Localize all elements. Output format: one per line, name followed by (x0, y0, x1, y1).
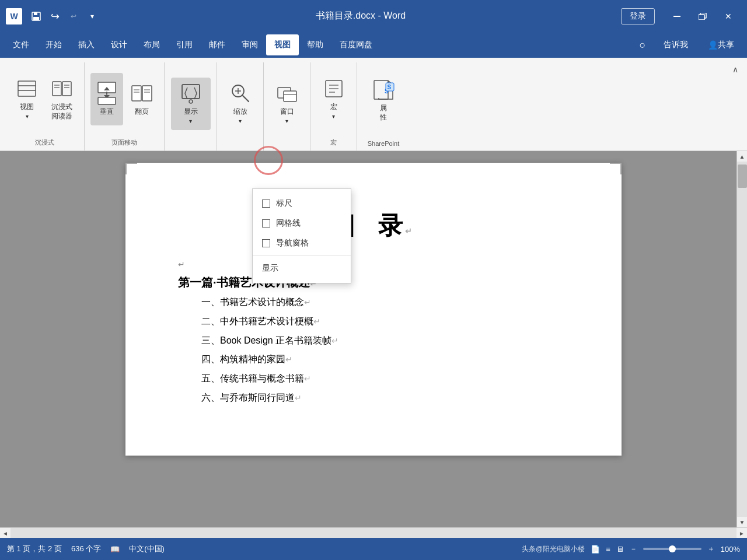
macro-group-label: 宏 (316, 136, 351, 150)
share-button[interactable]: 👤 共享 (700, 34, 742, 55)
immersive-reader-button[interactable]: 沉浸式阅读器 (46, 73, 78, 125)
menu-item-design[interactable]: 设计 (103, 34, 135, 55)
scroll-right-button[interactable]: ► (736, 528, 747, 538)
svg-rect-20 (98, 97, 116, 104)
ribbon-group-page-move: 垂直 翻页 页面移动 (85, 62, 165, 150)
views-label: 视图▾ (20, 103, 34, 121)
svg-rect-3 (673, 16, 680, 17)
redo-button[interactable]: ↩ (65, 8, 82, 24)
save-button[interactable] (28, 8, 44, 24)
window-button[interactable]: 窗口▾ (271, 78, 303, 130)
flip-button[interactable]: 翻页 (125, 73, 158, 125)
ribbon-group-display: 显示▾ (165, 62, 217, 150)
gridlines-label: 网格线 (276, 218, 301, 229)
menu-item-review[interactable]: 审阅 (233, 34, 266, 55)
scroll-h-track[interactable] (11, 528, 736, 538)
scroll-left-button[interactable]: ◄ (0, 528, 11, 538)
document-scroll-area[interactable]: 目 录↵ ↵ 第一篇·书籍艺术设计概述↵ 一、书籍艺术设计的概念↵ 二、中外书籍… (0, 151, 747, 527)
dropdown-divider (253, 256, 351, 256)
undo-button[interactable]: ↩ (47, 8, 63, 24)
tell-me-button[interactable]: 告诉我 (655, 34, 696, 55)
document-page: 目 录↵ ↵ 第一篇·书籍艺术设计概述↵ 一、书籍艺术设计的概念↵ 二、中外书籍… (125, 163, 622, 456)
menu-item-home[interactable]: 开始 (37, 34, 70, 55)
horizontal-scrollbar[interactable]: ◄ ► (0, 527, 747, 538)
zoom-level: 100% (721, 545, 740, 554)
menu-bar: 文件 开始 插入 设计 布局 引用 邮件 审阅 视图 帮助 百度网盘 ○ 告诉我… (0, 32, 747, 58)
ribbon-group-window: 窗口▾ (264, 62, 310, 150)
document-title: 目 录↵ (178, 209, 569, 242)
login-button[interactable]: 登录 (621, 8, 655, 24)
entry-5: 五、传统书籍与概念书籍↵ (201, 370, 569, 387)
svg-rect-1 (34, 12, 37, 15)
menu-item-baidu[interactable]: 百度网盘 (331, 34, 381, 55)
blank-line: ↵ (178, 260, 569, 269)
collapse-ribbon-button[interactable]: ∧ (728, 62, 742, 76)
app-icon: W (6, 8, 22, 24)
layout-icon-2[interactable]: ≡ (606, 545, 610, 554)
entry-1: 一、书籍艺术设计的概念↵ (201, 294, 569, 311)
word-count: 636 个字 (71, 544, 101, 554)
scroll-track[interactable] (737, 162, 748, 517)
menu-item-file[interactable]: 文件 (5, 34, 37, 55)
zoom-out-button[interactable]: － (630, 544, 637, 554)
zoom-thumb[interactable] (669, 545, 676, 552)
title-bar: W ↩ ↩ ▾ 书籍目录.docx - Word 登录 ✕ (0, 0, 747, 32)
entry-2: 二、中外书籍艺术设计梗概↵ (201, 313, 569, 330)
svg-rect-27 (182, 85, 200, 99)
immersive-reader-label: 沉浸式阅读器 (51, 103, 72, 121)
language-icon: 📖 (110, 545, 120, 554)
svg-text:S: S (388, 84, 392, 90)
entry-4: 四、构筑精神的家园↵ (201, 351, 569, 368)
vertical-button[interactable]: 垂直 (90, 73, 123, 125)
gridlines-option[interactable]: 网格线 (253, 214, 351, 233)
menu-item-help[interactable]: 帮助 (299, 34, 331, 55)
svg-rect-21 (132, 86, 141, 101)
vertical-scrollbar[interactable]: ▲ ▼ (736, 151, 747, 527)
svg-line-31 (242, 95, 249, 102)
attr-button[interactable]: S S 属性 (367, 74, 400, 127)
menu-item-view[interactable]: 视图 (266, 34, 299, 55)
nav-pane-checkbox[interactable] (262, 239, 270, 247)
restore-button[interactable] (690, 7, 715, 26)
ruler-option[interactable]: 标尺 (253, 194, 351, 214)
scroll-down-button[interactable]: ▼ (737, 517, 748, 527)
gridlines-checkbox[interactable] (262, 219, 270, 228)
zoom-slider[interactable] (643, 548, 701, 550)
zoom-in-button[interactable]: ＋ (707, 544, 715, 554)
menu-item-layout[interactable]: 布局 (135, 34, 168, 55)
lightbulb-icon[interactable]: ○ (633, 36, 652, 54)
window-icon (275, 82, 299, 105)
minimize-button[interactable] (664, 7, 690, 26)
document-container: 目 录↵ ↵ 第一篇·书籍艺术设计概述↵ 一、书籍艺术设计的概念↵ 二、中外书籍… (0, 151, 747, 538)
layout-icon-1[interactable]: 📄 (591, 545, 600, 554)
window-title: 书籍目录.docx - Word (100, 10, 621, 22)
svg-rect-5 (699, 15, 704, 20)
views-icon (15, 77, 39, 100)
macro-label: 宏▾ (330, 103, 337, 121)
nav-pane-option[interactable]: 导航窗格 (253, 233, 351, 253)
zoom-button[interactable]: 缩放▾ (224, 78, 257, 130)
display-button[interactable]: 显示▾ (171, 78, 211, 130)
customize-button[interactable]: ▾ (84, 8, 100, 24)
corner-top-right (610, 163, 622, 174)
scroll-thumb[interactable] (738, 164, 747, 188)
page-move-group-label: 页面移动 (90, 136, 158, 150)
scroll-up-button[interactable]: ▲ (737, 151, 748, 162)
close-button[interactable]: ✕ (715, 7, 741, 26)
ruler-checkbox[interactable] (262, 200, 270, 208)
section-1-title: 第一篇·书籍艺术设计概述↵ (178, 275, 569, 290)
menu-item-references[interactable]: 引用 (168, 34, 201, 55)
menu-item-insert[interactable]: 插入 (70, 34, 103, 55)
title-right: 登录 ✕ (621, 7, 741, 26)
display-footer-option[interactable]: 显示 (253, 258, 351, 278)
attr-icon: S S (372, 78, 395, 102)
svg-rect-28 (182, 85, 200, 99)
display-dropdown: 标尺 网格线 导航窗格 显示 (252, 188, 351, 284)
language: 中文(中国) (129, 544, 165, 554)
views-button[interactable]: 视图▾ (11, 73, 43, 125)
attr-label: 属性 (380, 104, 387, 122)
ribbon: 视图▾ 沉浸式阅读器 沉浸式 (0, 58, 747, 151)
macro-button[interactable]: 宏▾ (317, 73, 350, 125)
layout-icon-3[interactable]: 🖥 (616, 545, 624, 554)
menu-item-mailings[interactable]: 邮件 (201, 34, 233, 55)
